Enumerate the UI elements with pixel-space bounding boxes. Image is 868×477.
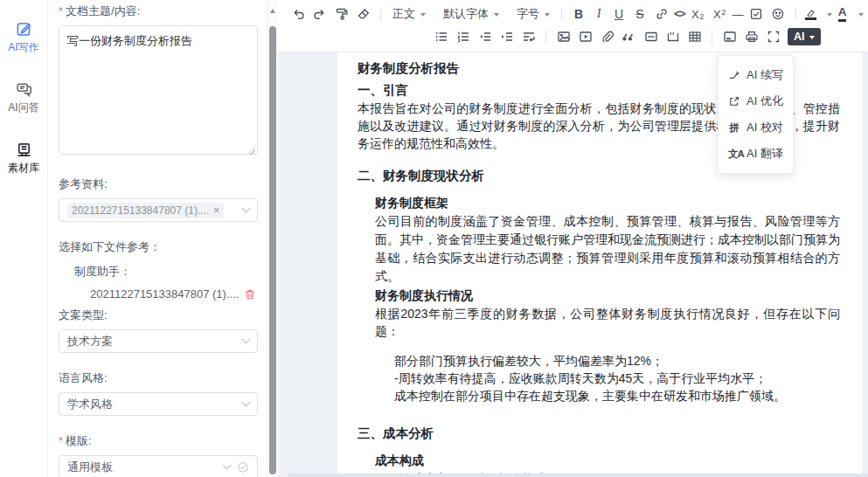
font-family-dropdown[interactable]: 默认字体 [438,6,504,22]
link-button[interactable] [650,3,672,24]
attachment-button[interactable] [596,26,618,47]
inline-code-button[interactable]: <> [672,3,687,24]
file-row: 2021122715133847807 (1).... [90,287,258,301]
doc-issue-item: 成本控制在部分项目中存在超支现象，主要集中在研发和市场推广领域。 [394,387,840,404]
print-button[interactable] [740,26,762,47]
doc-type-select[interactable]: 技术方案 [59,329,258,353]
topic-input[interactable]: 写一份财务制度分析报告 [59,25,258,155]
ordered-list-button[interactable] [452,26,474,47]
toolbar-row-1: 正文 默认字体 字号 B I U S <> X2 [287,3,863,25]
emoji-button[interactable] [767,3,789,24]
caret-down-icon [545,13,550,19]
doc-paragraph-framework: 公司目前的制度涵盖了资金管理、成本控制、预算管理、核算与报告、风险管理等方面。其… [375,212,840,286]
font-family-value: 默认字体 [443,6,489,22]
nav-label: 素材库 [8,161,39,176]
file-section-label: 选择如下文件参考： [59,239,258,255]
page-setup-button[interactable] [719,26,740,47]
blockquote-button[interactable] [618,26,640,47]
horizontal-rule-button[interactable]: — [731,3,746,24]
italic-button[interactable]: I [589,3,608,24]
scrollbar-thumb[interactable] [269,26,276,474]
ai-menu-item-proofread[interactable]: 拼 AI 校对 [719,114,793,141]
required-mark: * [59,4,63,17]
nav-item-ai-writing[interactable]: AI写作 [8,21,38,55]
font-color-button[interactable]: A [834,3,851,24]
editor-toolbar: 正文 默认字体 字号 B I U S <> X2 [278,0,868,52]
divider [545,31,546,44]
left-nav: AI写作 AI问答 素材库 [0,0,48,477]
caret-down-icon [827,13,832,19]
nav-item-material-library[interactable]: 素材库 [8,142,39,176]
insert-video-button[interactable] [574,26,596,47]
nav-label: AI写作 [8,40,38,55]
ai-menu-item-optimize[interactable]: AI 优化 [719,88,793,114]
subscript-button[interactable]: X2 [687,3,709,24]
template-select[interactable]: 通用模板 [59,455,258,477]
paragraph-style-dropdown[interactable]: 正文 [387,6,431,22]
nav-label: AI问答 [8,100,38,115]
strikethrough-button[interactable]: S [629,3,650,24]
font-size-value: 字号 [517,6,539,22]
ai-menu-label: AI 校对 [746,120,783,135]
insert-image-button[interactable] [552,26,574,47]
insert-divider-button[interactable] [640,26,662,47]
file-group-label: 制度助手： [74,264,258,280]
chevron-down-icon [242,398,251,407]
style-label: 语言风格: [59,370,258,386]
ai-dropdown-button[interactable]: AI [788,28,821,45]
undo-button[interactable] [287,3,309,24]
line-break-button[interactable] [517,26,539,47]
tag-close-icon[interactable]: × [213,204,219,217]
topic-label: *文档主题/内容: [59,3,258,19]
clear-format-eraser-button[interactable] [352,3,374,24]
bullet-list-button[interactable] [430,26,452,47]
doc-heading-cost: 三、成本分析 [358,425,840,442]
superscript-button[interactable]: X2 [709,3,731,24]
check-circle-icon [237,461,249,474]
format-painter-button[interactable] [330,3,352,24]
required-mark: * [59,434,63,447]
ai-menu-label: AI 优化 [746,93,783,109]
panel-scrollbar[interactable] [267,0,278,477]
underline-button[interactable]: U [608,3,629,24]
indent-button[interactable] [496,26,517,47]
insert-table-button[interactable] [684,26,705,47]
style-select[interactable]: 学术风格 [59,392,258,416]
ai-menu-label: AI 翻译 [746,146,783,162]
doc-issue-item: 部分部门预算执行偏差较大，平均偏差率为12%； [394,352,840,370]
highlight-color-caret[interactable] [820,10,834,19]
font-color-caret[interactable] [851,10,865,19]
reference-select[interactable]: 2021122715133847807 (1).... × [59,198,258,222]
font-size-dropdown[interactable]: 字号 [511,6,555,22]
scroll-up-arrow-icon[interactable] [270,6,275,13]
task-checkbox-button[interactable] [746,3,767,24]
document-canvas: 财务制度分析报告 一、引言 本报告旨在对公司的财务制度进行全面分析，包括财务制度… [278,52,868,477]
doc-subheading-cost-structure: 成本构成 [375,452,840,469]
ai-translate-icon: 文A [728,148,740,161]
paragraph-style-value: 正文 [392,6,415,22]
trash-icon[interactable] [244,288,256,301]
bold-button[interactable]: B [568,3,589,24]
ai-menu-item-continue[interactable]: AI 续写 [719,62,793,88]
template-value: 通用模板 [67,460,224,475]
nav-item-ai-qa[interactable]: AI问答 [8,81,38,115]
ai-optimize-icon [728,95,740,107]
template-label: *模版: [59,433,258,449]
style-value: 学术风格 [67,397,243,412]
outdent-button[interactable] [474,26,496,47]
highlight-color-button[interactable] [802,3,820,24]
chevron-down-icon [223,461,232,470]
doc-issue-item: -周转效率有待提高，应收账款周转天数为45天，高于行业平均水平； [394,370,840,387]
doc-type-label: 文案类型: [59,308,258,323]
reference-tag: 2021122715133847807 (1).... × [67,203,224,218]
generation-form-panel: *文档主题/内容: 写一份财务制度分析报告 参考资料: 202112271513… [48,0,267,477]
caret-down-icon [858,13,864,19]
code-block-button[interactable] [662,26,684,47]
ai-context-menu: AI 续写 AI 优化 拼 AI 校对 文A AI 翻译 [718,55,794,174]
reference-label: 参考资料: [59,176,258,192]
redo-button[interactable] [309,3,330,24]
ai-menu-item-translate[interactable]: 文A AI 翻译 [719,141,793,167]
horizontal-scroll-strip[interactable] [288,474,868,477]
fullscreen-button[interactable] [762,26,784,47]
editor-area: 正文 默认字体 字号 B I U S <> X2 [278,0,868,477]
